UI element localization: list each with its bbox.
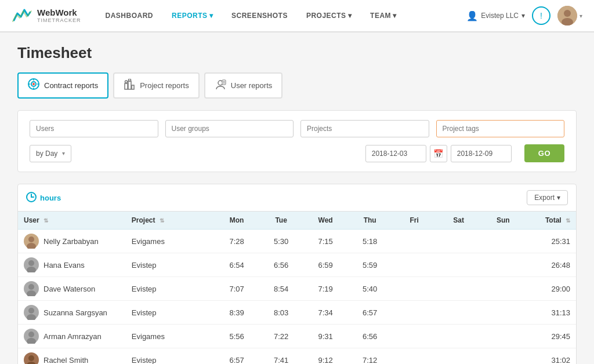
- svg-rect-11: [128, 81, 131, 89]
- tab-user-reports[interactable]: User reports: [204, 72, 283, 99]
- svg-rect-12: [132, 85, 134, 89]
- tab-project-reports[interactable]: Project reports: [113, 72, 200, 99]
- date-from-input[interactable]: [365, 145, 426, 162]
- go-button[interactable]: GO: [524, 144, 564, 162]
- svg-point-27: [28, 284, 34, 290]
- logo[interactable]: WebWork TIMETRACKER: [12, 5, 81, 26]
- filter-row-2: by Day ▾ 📅 GO: [30, 144, 564, 162]
- avatar: [24, 234, 39, 249]
- avatar: [24, 329, 39, 344]
- avatar: [24, 352, 39, 364]
- cell-sun: [481, 325, 526, 348]
- cell-thu: 5:18: [347, 230, 392, 253]
- cell-sun: [481, 253, 526, 277]
- nav-reports[interactable]: REPORTS ▾: [165, 8, 220, 23]
- cell-sat: [436, 277, 481, 301]
- cell-total: 25:31: [525, 230, 576, 253]
- navbar: WebWork TIMETRACKER DASHBOARD REPORTS ▾ …: [0, 0, 594, 32]
- cell-thu: 7:12: [347, 348, 392, 365]
- cell-project: Evistep: [126, 253, 215, 277]
- cell-fri: [392, 301, 437, 325]
- cell-sat: [436, 253, 481, 277]
- col-header-sun: Sun: [481, 212, 526, 230]
- cell-project: Evigames: [126, 325, 215, 348]
- user-avatar: [557, 6, 577, 26]
- cell-mon: 7:28: [215, 230, 259, 253]
- cell-thu: 5:59: [347, 253, 392, 277]
- date-range-group: 📅 GO: [365, 144, 564, 162]
- cell-mon: 5:56: [215, 325, 259, 348]
- svg-point-28: [27, 290, 36, 296]
- cell-total: 26:48: [525, 253, 576, 277]
- svg-point-24: [27, 243, 36, 249]
- table-row: Dave Waterson Evistep 7:07 8:54 7:19 5:4…: [18, 277, 576, 301]
- cell-tue: 8:03: [259, 301, 303, 325]
- col-header-wed: Wed: [303, 212, 348, 230]
- nav-right: 👤 Evistep LLC ▾ ! ▾: [466, 6, 582, 26]
- notification-bell[interactable]: !: [532, 6, 550, 25]
- cell-sat: [436, 230, 481, 253]
- project-sort-icon[interactable]: ⇅: [160, 217, 164, 224]
- cell-mon: 6:54: [215, 253, 259, 277]
- app-sub: TIMETRACKER: [37, 17, 81, 23]
- projects-filter[interactable]: [300, 120, 429, 137]
- tab-project-label: Project reports: [140, 81, 189, 90]
- col-header-sat: Sat: [436, 212, 481, 230]
- cell-user: Arman Amrazyan: [18, 325, 126, 348]
- nav-team-arrow: ▾: [393, 12, 397, 20]
- period-arrow: ▾: [62, 150, 65, 156]
- total-sort-icon[interactable]: ⇅: [566, 217, 570, 224]
- user-sort-icon[interactable]: ⇅: [44, 217, 48, 224]
- cell-fri: [392, 325, 437, 348]
- users-filter[interactable]: [30, 120, 158, 137]
- svg-point-26: [27, 267, 36, 272]
- filter-row-1: [30, 120, 564, 137]
- col-header-user: User ⇅: [18, 212, 126, 230]
- period-selector[interactable]: by Day ▾: [30, 145, 71, 162]
- project-reports-icon: [124, 79, 135, 93]
- avatar: [24, 257, 39, 272]
- hours-icon: [26, 192, 37, 204]
- table-row: Suzanna Sargsyan Evistep 8:39 8:03 7:34 …: [18, 301, 576, 325]
- nav-screenshots[interactable]: SCREENSHOTS: [224, 8, 295, 23]
- calendar-button[interactable]: 📅: [430, 145, 447, 162]
- hours-label: hours: [26, 192, 61, 204]
- export-button[interactable]: Export ▾: [527, 190, 568, 205]
- svg-point-34: [27, 362, 36, 364]
- svg-point-13: [125, 81, 128, 83]
- company-selector[interactable]: 👤 Evistep LLC ▾: [466, 10, 525, 21]
- cell-sat: [436, 348, 481, 365]
- table-row: Nelly Zarbabyan Evigames 7:28 5:30 7:15 …: [18, 230, 576, 253]
- main-content: Timesheet Contract reports: [0, 32, 594, 364]
- tags-filter[interactable]: [436, 120, 565, 137]
- user-profile[interactable]: ▾: [557, 6, 582, 26]
- cell-tue: 6:56: [259, 253, 303, 277]
- cell-project: Evistep: [126, 277, 215, 301]
- cell-wed: 9:31: [303, 325, 348, 348]
- cell-thu: 6:56: [347, 325, 392, 348]
- col-header-tue: Tue: [259, 212, 303, 230]
- cell-user: Nelly Zarbabyan: [18, 230, 126, 253]
- company-name: Evistep LLC: [481, 12, 519, 20]
- period-label: by Day: [36, 150, 57, 158]
- cell-wed: 9:12: [303, 348, 348, 365]
- cell-user: Suzanna Sargsyan: [18, 301, 126, 325]
- cell-wed: 7:34: [303, 301, 348, 325]
- tab-contract-reports[interactable]: Contract reports: [17, 72, 108, 99]
- nav-projects[interactable]: PROJECTS ▾: [299, 8, 358, 23]
- cell-sun: [481, 230, 526, 253]
- cell-wed: 6:59: [303, 253, 348, 277]
- table-row: Rachel Smith Evistep 6:57 7:41 9:12 7:12…: [18, 348, 576, 365]
- nav-team[interactable]: TEAM ▾: [363, 8, 404, 23]
- date-to-input[interactable]: [451, 145, 512, 162]
- nav-dashboard[interactable]: DASHBOARD: [99, 8, 161, 23]
- tabs: Contract reports Project reports: [17, 72, 577, 99]
- cell-mon: 8:39: [215, 301, 259, 325]
- cell-fri: [392, 277, 437, 301]
- cell-total: 29:45: [525, 325, 576, 348]
- col-header-project: Project ⇅: [126, 212, 215, 230]
- svg-point-14: [129, 79, 131, 81]
- cell-user: Dave Waterson: [18, 277, 126, 301]
- nav-reports-arrow: ▾: [209, 12, 213, 20]
- groups-filter[interactable]: [165, 120, 294, 137]
